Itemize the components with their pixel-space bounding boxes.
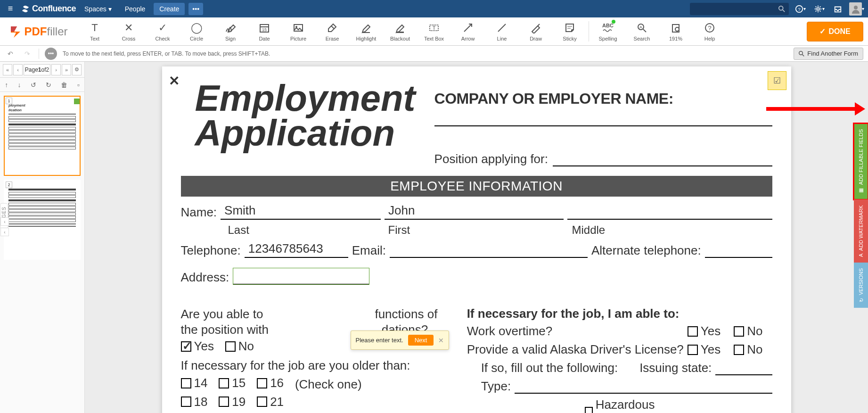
age-21-option[interactable]: 21 [257,395,284,409]
issuing-state-field[interactable] [715,373,772,375]
type-field[interactable] [515,392,772,394]
page-thumbnail-2[interactable]: 2 [4,180,81,260]
age-18-option[interactable]: 18 [181,395,208,409]
sublabel-last: Last [228,223,388,237]
page-indicator: Page 1 of 2 [24,64,50,75]
hazmat-option[interactable]: Hazardous Material [585,397,671,413]
age-14-option[interactable]: 14 [181,376,208,390]
page-settings-button[interactable]: ⚙ [72,64,82,75]
tool-line[interactable]: Line [485,17,519,45]
tool-cross[interactable]: ✕Cross [112,17,146,45]
rotate-ccw-icon[interactable]: ↺ [31,81,36,89]
settings-gear-icon[interactable]: ▾ [811,1,827,17]
position-label: Position applying for: [434,152,548,166]
notifications-inbox-icon[interactable] [830,1,845,17]
tool-search[interactable]: ASearch [625,17,659,45]
pages-collapse-arrows[interactable]: ‹‹ [0,217,9,236]
last-name-field[interactable]: Smith [221,203,381,220]
tool-date[interactable]: 15Date [247,17,281,45]
add-watermark-tab[interactable]: A ADD WATERMARK [854,199,868,263]
add-page-icon[interactable]: ▫ [77,81,80,89]
check-icon: ✓ [158,22,167,34]
help-menu-icon[interactable]: ? ▾ [793,1,808,17]
find-another-form-button[interactable]: Find Another Form [794,48,863,60]
email-field[interactable] [390,256,588,258]
middle-name-field[interactable] [567,218,772,220]
calendar-icon: 15 [259,22,270,34]
done-button[interactable]: ✓DONE [807,22,863,41]
page-thumbnail-1[interactable]: 1 ploymentlication [4,96,81,176]
undo-button[interactable]: ↶ [5,48,16,59]
overtime-yes[interactable]: Yes [688,324,721,339]
nav-people[interactable]: People [120,2,150,16]
alt-telephone-field[interactable] [705,256,772,258]
tool-blackout[interactable]: Blackout [383,17,417,45]
overtime-no[interactable]: No [734,324,762,339]
question-older-than: If necessary for the job are you older t… [181,358,439,373]
document-viewport[interactable]: ✕ ☑ Employment Application COMPANY OR EM… [85,62,868,413]
if-so-label: If so, fill out the following: [481,361,618,375]
checklist-sticky-icon[interactable]: ☑ [768,71,786,90]
svg-line-18 [643,29,646,32]
search-tool-icon: A [637,22,647,34]
tool-spelling[interactable]: ABCSpelling [591,17,625,45]
page-last-button[interactable]: » [62,64,71,75]
position-field[interactable] [553,148,772,166]
confluence-logo-icon [21,4,30,14]
page-first-button[interactable]: « [3,64,12,75]
side-tabs: ▦ ADD FILLABLE FIELDS A ADD WATERMARK ↻ … [854,124,868,308]
tool-sign[interactable]: Sign [213,17,247,45]
first-name-field[interactable]: John [385,203,564,220]
tool-help[interactable]: ?Help [693,17,727,45]
rotate-cw-icon[interactable]: ↻ [46,81,51,89]
page-prev-button[interactable]: ‹ [13,64,23,75]
tooltip-close-icon[interactable]: ✕ [438,337,444,344]
address-field-active[interactable] [233,268,369,285]
tool-text[interactable]: TText [78,17,112,45]
tool-sticky[interactable]: Sticky [553,17,587,45]
company-name-field[interactable] [434,107,772,126]
email-label: Email: [352,243,386,258]
tool-arrow[interactable]: Arrow [451,17,485,45]
checkbox-icon [181,341,191,352]
tool-picture[interactable]: Picture [281,17,315,45]
hint-bar: ↶ ↷ ••• To move to the next field, press… [0,46,868,62]
license-no[interactable]: No [734,342,762,357]
svg-text:?: ? [708,25,711,32]
age-19-option[interactable]: 19 [219,395,246,409]
redo-button[interactable]: ↷ [22,48,33,59]
overtime-label: Work overtime? [467,324,684,339]
tool-zoom[interactable]: 191% [659,17,693,45]
delete-page-icon[interactable]: 🗑 [61,81,67,89]
sublabel-middle: Middle [572,223,606,237]
add-fillable-fields-tab[interactable]: ▦ ADD FILLABLE FIELDS [854,124,868,199]
age-15-option[interactable]: 15 [219,376,246,390]
move-up-icon[interactable]: ↑ [5,81,8,89]
move-down-icon[interactable]: ↓ [17,81,21,89]
able-no-option[interactable]: No [225,339,254,354]
confluence-brand[interactable]: Confluence [21,4,76,14]
tooltip-next-button[interactable]: Next [408,335,434,346]
versions-tab[interactable]: ↻ VERSIONS [854,263,868,308]
user-avatar-menu[interactable]: ▾ [849,1,864,17]
svg-text:A: A [639,25,642,29]
close-x-icon[interactable]: ✕ [169,73,180,89]
tool-highlight[interactable]: Highlight [349,17,383,45]
page-nav-bar: « ‹ Page 1 of 2 › » ⚙ [0,62,84,78]
license-yes[interactable]: Yes [688,342,721,357]
nav-spaces[interactable]: Spaces ▾ [80,2,116,16]
tool-erase[interactable]: Erase [315,17,349,45]
telephone-field[interactable]: 12346785643 [245,241,348,258]
tool-circle[interactable]: ◯Circle [180,17,213,45]
able-yes-option[interactable]: Yes [181,339,214,354]
create-button[interactable]: Create [154,3,185,15]
tool-textbox[interactable]: TText Box [417,17,451,45]
page-next-button[interactable]: › [51,64,61,75]
hamburger-menu-icon[interactable]: ≡ [4,4,17,14]
age-16-option[interactable]: 16 [257,376,284,390]
more-menu-button[interactable]: ••• [188,3,203,15]
tool-check[interactable]: ✓Check [146,17,180,45]
tool-draw[interactable]: Draw [519,17,553,45]
pdffiller-logo[interactable]: PDFfiller [0,17,78,45]
confluence-search-input[interactable] [690,3,789,15]
